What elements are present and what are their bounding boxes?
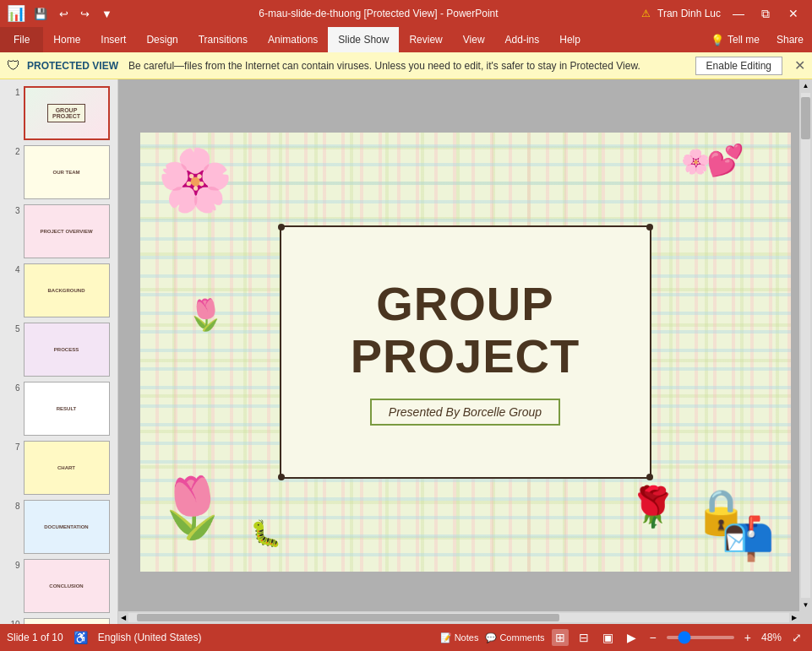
- language: English (United States): [98, 632, 202, 643]
- vertical-scrollbar[interactable]: ▲ ▼: [799, 79, 812, 611]
- tell-me[interactable]: 💡 Tell me: [702, 27, 768, 52]
- zoom-level: 48%: [761, 632, 782, 643]
- scroll-up-arrow[interactable]: ▲: [803, 79, 809, 92]
- tab-home[interactable]: Home: [43, 27, 90, 52]
- app-icon: 📊: [7, 4, 25, 23]
- slide-num-4: 4: [8, 263, 20, 274]
- slide-thumb-6[interactable]: 6 RESULT: [8, 382, 110, 436]
- tab-review[interactable]: Review: [399, 27, 452, 52]
- slide-preview-3[interactable]: PROJECT OVERVIEW: [24, 204, 110, 258]
- slide-num-1: 1: [8, 86, 20, 97]
- slide-title: GROUP PROJECT: [351, 278, 580, 382]
- deco-tulip-bottom-left: 🌷: [155, 473, 229, 542]
- shield-icon: 🛡: [7, 58, 20, 73]
- enable-editing-button[interactable]: Enable Editing: [695, 57, 782, 75]
- slide-preview-10[interactable]: THANK YOU: [24, 618, 110, 624]
- presenter-badge: Presented By Borcelle Group: [370, 399, 560, 426]
- slide-thumb-3[interactable]: 3 PROJECT OVERVIEW: [8, 204, 110, 258]
- minimize-button[interactable]: —: [728, 5, 749, 22]
- slide-thumb-2[interactable]: 2 OUR TEAM: [8, 145, 110, 199]
- slide-preview-8[interactable]: DOCUMENTATION: [24, 500, 110, 554]
- title-bar-title: 6-mau-slide-de-thuong [Protected View] -…: [116, 8, 641, 19]
- title-bar-right: ⚠ Tran Dinh Luc — ⧉ ✕: [641, 5, 805, 23]
- view-slide-sort-button[interactable]: ⊟: [575, 629, 592, 646]
- notes-button[interactable]: 📝 Notes: [440, 632, 479, 643]
- slide-thumb-5[interactable]: 5 PROCESS: [8, 323, 110, 377]
- slide-num-6: 6: [8, 382, 20, 393]
- tab-design[interactable]: Design: [136, 27, 188, 52]
- canvas-area: 🌸 💕 🌷 🌷 🐛 🌹 🔒 🌸 📬: [118, 79, 812, 624]
- status-left: Slide 1 of 10 ♿ English (United States): [7, 631, 201, 644]
- zoom-in-button[interactable]: +: [741, 629, 755, 646]
- slide-preview-1[interactable]: GROUP PROJECT: [24, 86, 110, 140]
- slide-card: GROUP PROJECT Presented By Borcelle Grou…: [280, 225, 651, 479]
- view-reading-button[interactable]: ▣: [599, 629, 617, 646]
- slide-thumb-7[interactable]: 7 CHART: [8, 441, 110, 495]
- hscroll-track[interactable]: [128, 613, 789, 622]
- restore-button[interactable]: ⧉: [756, 5, 775, 23]
- slide-num-2: 2: [8, 145, 20, 156]
- scroll-left-arrow[interactable]: ◀: [118, 614, 128, 621]
- deco-envelope-bottom-right: 📬: [722, 514, 774, 563]
- deco-small-flower-left: 🌷: [187, 297, 225, 333]
- slide-num-10: 10: [8, 618, 20, 624]
- status-right: 📝 Notes 💬 Comments ⊞ ⊟ ▣ ▶ − + 48% ⤢: [440, 629, 805, 646]
- tab-file[interactable]: File: [0, 27, 43, 52]
- view-normal-button[interactable]: ⊞: [552, 629, 569, 646]
- main-area: 1 GROUP PROJECT 2 OUR TEAM 3 PROJECT OVE…: [0, 79, 812, 624]
- slide-num-5: 5: [8, 323, 20, 334]
- tab-transitions[interactable]: Transitions: [188, 27, 258, 52]
- slide-preview-9[interactable]: CONCLUSION: [24, 559, 110, 613]
- comments-button[interactable]: 💬 Comments: [485, 632, 544, 643]
- scroll-right-arrow[interactable]: ▶: [789, 614, 799, 621]
- slide-thumb-10[interactable]: 10 THANK YOU: [8, 618, 110, 624]
- title-bar-left: 📊 💾 ↩ ↪ ▼: [7, 4, 116, 23]
- slide-preview-7[interactable]: CHART: [24, 441, 110, 495]
- title-bar: 📊 💾 ↩ ↪ ▼ 6-mau-slide-de-thuong [Protect…: [0, 0, 812, 27]
- view-slideshow-button[interactable]: ▶: [624, 629, 640, 646]
- username: Tran Dinh Luc: [657, 8, 721, 19]
- qat-redo[interactable]: ↪: [77, 6, 93, 22]
- slide-preview-5[interactable]: PROCESS: [24, 323, 110, 377]
- horizontal-scrollbar[interactable]: ◀ ▶: [118, 611, 799, 624]
- slide-canvas[interactable]: 🌸 💕 🌷 🌷 🐛 🌹 🔒 🌸 📬: [140, 133, 791, 572]
- protected-message: Be careful—files from the Internet can c…: [128, 60, 640, 72]
- deco-caterpillar: 🐛: [250, 518, 281, 548]
- tab-animations[interactable]: Animations: [258, 27, 328, 52]
- deco-flower-top-left: 🌸: [157, 149, 233, 210]
- close-button[interactable]: ✕: [782, 5, 805, 22]
- deco-hearts-top-right: 💕: [706, 143, 744, 178]
- slide-num-3: 3: [8, 204, 20, 215]
- zoom-out-button[interactable]: −: [646, 629, 660, 646]
- slide-preview-4[interactable]: BACKGROUND: [24, 263, 110, 317]
- card-corner-bl: [278, 474, 285, 480]
- tab-addins[interactable]: Add-ins: [495, 27, 550, 52]
- slide-thumb-1[interactable]: 1 GROUP PROJECT: [8, 86, 110, 140]
- zoom-slider[interactable]: [667, 636, 734, 639]
- scroll-track[interactable]: [801, 93, 810, 598]
- qat-undo[interactable]: ↩: [56, 6, 72, 22]
- slide-preview-6[interactable]: RESULT: [24, 382, 110, 436]
- scroll-down-arrow[interactable]: ▼: [803, 599, 809, 611]
- warning-icon: ⚠: [641, 8, 651, 19]
- slide-num-7: 7: [8, 441, 20, 452]
- tab-slideshow[interactable]: Slide Show: [328, 27, 399, 52]
- slide-preview-2[interactable]: OUR TEAM: [24, 145, 110, 199]
- slide-thumb-4[interactable]: 4 BACKGROUND: [8, 263, 110, 317]
- tab-view[interactable]: View: [453, 27, 495, 52]
- tab-insert[interactable]: Insert: [90, 27, 136, 52]
- deco-flower-top-right: 🌸: [681, 148, 711, 176]
- comments-icon: 💬: [485, 632, 497, 643]
- slide-thumb-8[interactable]: 8 DOCUMENTATION: [8, 500, 110, 554]
- qat-save[interactable]: 💾: [30, 6, 51, 22]
- deco-rose-bottom-right: 🌹: [629, 484, 677, 529]
- close-bar-button[interactable]: ✕: [794, 57, 805, 73]
- tab-help[interactable]: Help: [549, 27, 591, 52]
- card-corner-tr: [646, 224, 653, 231]
- fit-slide-button[interactable]: ⤢: [788, 629, 805, 646]
- slide-thumb-9[interactable]: 9 CONCLUSION: [8, 559, 110, 613]
- status-bar: Slide 1 of 10 ♿ English (United States) …: [0, 624, 812, 651]
- qat-customize[interactable]: ▼: [98, 6, 116, 22]
- protected-view-bar: 🛡 PROTECTED VIEW Be careful—files from t…: [0, 52, 812, 79]
- share-button[interactable]: Share: [768, 27, 812, 52]
